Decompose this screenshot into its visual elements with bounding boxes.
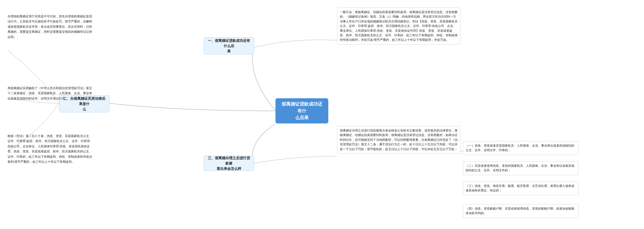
left-text-3: 根据《刑法》第二百八十条，伪造、变造、买卖国家机关公文、证件、印章罪:盗窃、抢夺… [8,134,93,164]
branch-3-label: 三、假离婚办理之后进行贷款被 查出来会怎么样 [208,155,250,171]
right-sub-2-text: （二）买卖或者使用伪造、变造的国家机关、人民团体、企业、事业单位或者其他组织的公… [466,164,574,172]
right-leaf-2: 假离婚证办理之后进行贷款被查出来会移送公安机关立案侦查，追究相关的法律责任；查验… [337,126,460,154]
right-leaf-2-text: 假离婚证办理之后进行贷款被查出来会移送公安机关立案侦查，追究相关的法律责任；查验… [340,129,458,151]
right-leaf-1-text: 一般不会，查验离婚证、结婚证的真假要到民政局，假离婚证是没有登记信息、没有档案的… [340,11,458,41]
left-text-2: 用假离婚证买房触犯了《中华人民共和国治安管理处罚法》第五十二条第规定，伪造、买卖… [8,86,93,101]
right-leaf-1: 一般不会，查验离婚证、结婚证的真假要到民政局，假离婚证是没有登记信息、没有档案的… [337,8,460,45]
left-text-2-content: 用假离婚证买房触犯了《中华人民共和国治安管理处罚法》第五十二条第规定，伪造、买卖… [8,86,92,100]
branch-node-3: 三、假离婚办理之后进行贷款被 查出来会怎么样 [204,156,254,171]
branch-node-1: 一、假离婚证贷款成功还有什么后 果 [204,37,254,54]
right-sub-4-text: （四）伪造、变造船舶户牌、买卖或者使用伪造、变造的船舶户牌，或者涂改船舶发动机号… [466,207,574,215]
center-node: 假离婚证贷款成功还有什 么后果 [275,98,328,123]
center-node-label: 假离婚证贷款成功还有什 么后果 [281,101,323,121]
mind-map: 假离婚证贷款成功还有什 么后果 一、假离婚证贷款成功还有什么后 果 二、办假离婚… [0,0,644,229]
left-text-3-content: 根据《刑法》第二百八十条，伪造、变造、买卖国家机关公文、证件、印章罪:盗窃、抢夺… [8,134,92,163]
right-sub-1-text: （一）伪造、变造或者买卖国家机关、人民团体、企业、事业单位或者其他组织的公文、证… [466,144,574,152]
right-sub-2: （二）买卖或者使用伪造、变造的国家机关、人民团体、企业、事业单位或者其他组织的公… [463,161,579,175]
right-sub-1: （一）伪造、变造或者买卖国家机关、人民团体、企业、事业单位或者其他组织的公文、证… [463,141,579,155]
left-text-1-content: 办理假的离婚证用于买房是不可行的，首先办理假的离婚证是违法行为，公安机关可以据此… [8,15,92,39]
right-sub-3-text: （三）伪造、变造、倒卖车票、船票、航空客票、文艺演出票、体育比赛入场券或者其他有… [466,184,574,192]
right-sub-4: （四）伪造、变造船舶户牌、买卖或者使用伪造、变造的船舶户牌，或者涂改船舶发动机号… [463,204,579,218]
left-text-1: 办理假的离婚证用于买房是不可行的，首先办理假的离婚证是违法行为，公安机关可以据此… [8,14,93,40]
right-sub-3: （三）伪造、变造、倒卖车票、船票、航空客票、文艺演出票、体育比赛入场券或者其他有… [463,181,579,195]
branch-1-label: 一、假离婚证贷款成功还有什么后 果 [208,38,250,54]
